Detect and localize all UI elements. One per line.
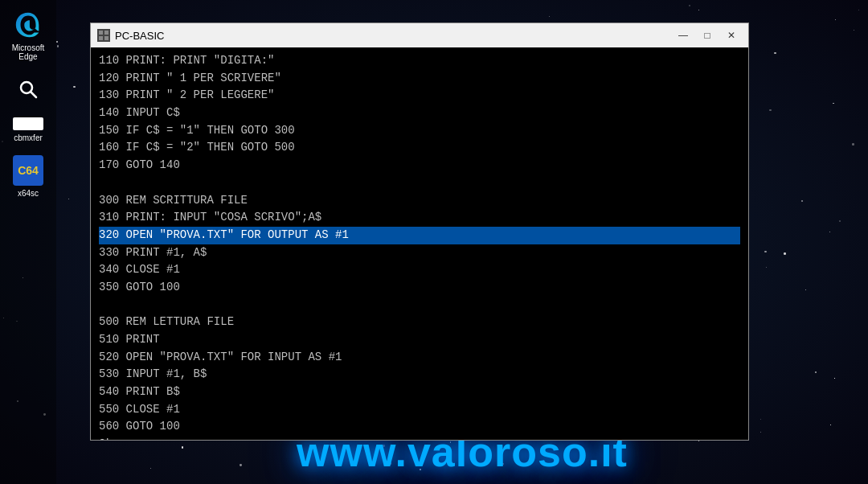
code-line: 120 PRINT " 1 PER SCRIVERE" <box>99 70 740 88</box>
code-line: 510 PRINT <box>99 331 740 349</box>
code-line: 170 GOTO 140 <box>99 157 740 174</box>
code-line: 540 PRINT B$ <box>99 384 740 401</box>
window-titlebar: PC-BASIC — □ ✕ <box>91 23 748 47</box>
code-line: 140 INPUT C$ <box>99 105 740 122</box>
code-line: Ok <box>99 436 740 440</box>
maximize-button[interactable]: □ <box>697 27 718 43</box>
code-line: 520 OPEN "PROVA.TXT" FOR INPUT AS #1 <box>99 349 740 367</box>
svg-rect-3 <box>104 31 108 35</box>
pc-basic-window: PC-BASIC — □ ✕ 110 PRINT: PRINT "DIGITA:… <box>90 23 749 441</box>
svg-rect-2 <box>99 31 103 35</box>
code-line: 500 REM LETTURA FILE <box>99 314 740 331</box>
minimize-button[interactable]: — <box>673 27 694 43</box>
search-icon <box>13 74 43 105</box>
code-line: 350 GOTO 100 <box>99 279 740 297</box>
code-line: 320 OPEN "PROVA.TXT" FOR OUTPUT AS #1 <box>99 227 740 244</box>
code-line: 310 PRINT: INPUT "COSA SCRIVO";A$ <box>99 209 740 227</box>
edge-icon <box>13 10 43 40</box>
cbmxfer-icon <box>13 117 43 130</box>
code-line: 340 CLOSE #1 <box>99 261 740 279</box>
code-line: 130 PRINT " 2 PER LEGGERE" <box>99 87 740 105</box>
svg-rect-5 <box>104 36 108 40</box>
code-line: 110 PRINT: PRINT "DIGITA:" <box>99 52 740 70</box>
code-line: 150 IF C$ = "1" THEN GOTO 300 <box>99 122 740 140</box>
window-title: PC-BASIC <box>115 30 164 42</box>
edge-label: MicrosoftEdge <box>12 43 45 61</box>
code-line: 550 CLOSE #1 <box>99 401 740 419</box>
cbmxfer-label: cbmxfer <box>14 133 43 142</box>
svg-rect-4 <box>99 36 103 40</box>
code-line: 330 PRINT #1, A$ <box>99 244 740 262</box>
code-line: 530 INPUT #1, B$ <box>99 366 740 384</box>
sidebar-item-search[interactable] <box>0 71 56 108</box>
close-button[interactable]: ✕ <box>721 27 742 43</box>
code-line <box>99 174 740 192</box>
window-content: 110 PRINT: PRINT "DIGITA:"120 PRINT " 1 … <box>91 47 748 440</box>
sidebar-item-edge[interactable]: MicrosoftEdge <box>0 6 56 64</box>
window-app-icon <box>97 29 110 42</box>
window-controls: — □ ✕ <box>673 27 742 43</box>
sidebar: MicrosoftEdge cbmxfer C64 x64sc <box>0 0 56 484</box>
sidebar-item-cbmxfer[interactable]: cbmxfer <box>0 114 56 146</box>
code-line <box>99 297 740 314</box>
c64-icon: C64 <box>13 155 43 186</box>
code-line: 300 REM SCRITTURA FILE <box>99 192 740 210</box>
code-line: 560 GOTO 100 <box>99 418 740 436</box>
code-line: 160 IF C$ = "2" THEN GOTO 500 <box>99 139 740 157</box>
svg-line-1 <box>31 92 36 97</box>
x64sc-label: x64sc <box>18 189 39 198</box>
sidebar-item-c64[interactable]: C64 x64sc <box>0 152 56 201</box>
window-title-left: PC-BASIC <box>97 29 164 42</box>
